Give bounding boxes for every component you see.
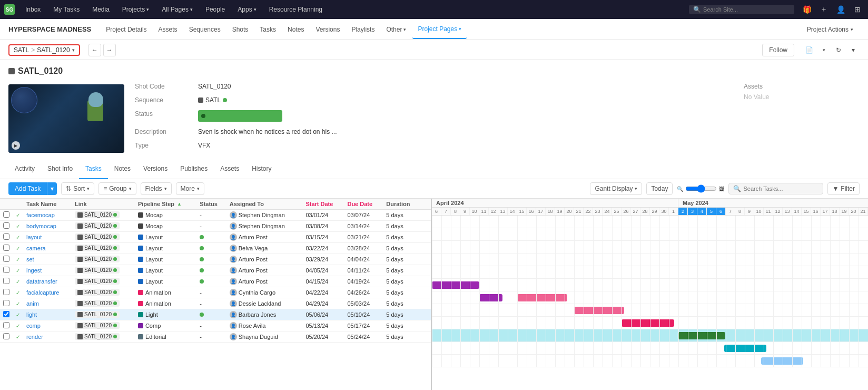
task-name-link[interactable]: set <box>26 256 34 262</box>
more-options-icon[interactable]: ▾ <box>847 44 860 56</box>
row-checkbox[interactable] <box>3 256 9 262</box>
tab-notes[interactable]: Notes <box>108 159 137 179</box>
row-checkbox[interactable] <box>3 211 9 218</box>
nav-resource-planning[interactable]: Resource Planning <box>264 4 328 15</box>
sort-button[interactable]: ⇅ Sort ▾ <box>61 182 94 195</box>
col-link[interactable]: Link <box>72 199 135 210</box>
add-task-button[interactable]: Add Task <box>8 182 47 195</box>
col-pipeline-step[interactable]: Pipeline Step ▲ <box>135 199 196 210</box>
nav-tasks[interactable]: Tasks <box>254 20 281 39</box>
gantt-bar[interactable] <box>724 345 766 352</box>
nav-project-details[interactable]: Project Details <box>101 20 152 39</box>
col-task-name[interactable]: Task Name <box>23 199 72 210</box>
row-checkbox[interactable] <box>3 278 9 284</box>
tab-activity[interactable]: Activity <box>8 159 41 179</box>
task-name-link[interactable]: comp <box>26 323 41 329</box>
breadcrumb[interactable]: SATL > SATL_0120 ▾ <box>8 44 80 56</box>
task-name-link[interactable]: camera <box>26 245 46 251</box>
fields-button[interactable]: Fields ▾ <box>141 182 172 195</box>
link-chip[interactable]: SATL_0120 <box>75 267 120 274</box>
link-chip[interactable]: SATL_0120 <box>75 300 120 307</box>
gantt-bar[interactable] <box>622 319 674 327</box>
add-task-dropdown-button[interactable]: ▾ <box>47 182 57 195</box>
user-icon[interactable]: 👤 <box>834 3 847 16</box>
link-chip[interactable]: SATL_0120 <box>75 222 120 229</box>
breadcrumb-dropdown-icon[interactable]: ▾ <box>72 47 75 53</box>
nav-people[interactable]: People <box>200 4 230 15</box>
task-name-link[interactable]: render <box>26 334 43 340</box>
nav-all-pages[interactable]: All Pages ▾ <box>156 4 198 15</box>
task-name-link[interactable]: facemocap <box>26 212 55 218</box>
task-name-link[interactable]: bodymocap <box>26 223 56 229</box>
task-name-link[interactable]: light <box>26 311 37 318</box>
gantt-bar[interactable] <box>432 281 479 289</box>
global-search-input[interactable] <box>703 6 790 13</box>
row-checkbox[interactable] <box>3 222 9 229</box>
link-chip[interactable]: SATL_0120 <box>75 233 120 240</box>
tab-shot-info[interactable]: Shot Info <box>41 159 79 179</box>
task-name-link[interactable]: layout <box>26 234 42 240</box>
group-button[interactable]: ≡ Group ▾ <box>98 182 136 195</box>
link-chip[interactable]: SATL_0120 <box>75 333 120 340</box>
link-chip[interactable]: SATL_0120 <box>75 245 120 251</box>
nav-assets[interactable]: Assets <box>153 20 183 39</box>
document-dropdown-icon[interactable]: ▾ <box>817 44 830 56</box>
nav-media[interactable]: Media <box>87 4 115 15</box>
row-checkbox[interactable] <box>3 300 9 306</box>
add-icon[interactable]: ＋ <box>817 3 830 16</box>
nav-versions[interactable]: Versions <box>310 20 345 39</box>
apps-grid-icon[interactable]: ⊞ <box>851 3 864 16</box>
today-button[interactable]: Today <box>646 182 673 195</box>
tab-versions[interactable]: Versions <box>137 159 174 179</box>
play-button[interactable]: ▶ <box>12 141 20 150</box>
gantt-bar[interactable] <box>574 307 624 314</box>
task-name-link[interactable]: anim <box>26 300 39 307</box>
nav-inbox[interactable]: Inbox <box>20 4 46 15</box>
zoom-slider-input[interactable] <box>685 184 717 193</box>
gantt-bar[interactable] <box>517 294 567 301</box>
row-checkbox[interactable] <box>3 233 9 240</box>
nav-notes[interactable]: Notes <box>282 20 309 39</box>
tab-tasks[interactable]: Tasks <box>79 159 108 179</box>
task-name-link[interactable]: facialcapture <box>26 289 59 296</box>
nav-shots[interactable]: Shots <box>227 20 254 39</box>
search-tasks[interactable]: 🔍 <box>728 183 823 194</box>
col-due-date[interactable]: Due Date <box>344 199 383 210</box>
row-checkbox[interactable] <box>3 267 9 273</box>
tab-history[interactable]: History <box>245 159 278 179</box>
nav-back-button[interactable]: ← <box>88 44 101 56</box>
tab-publishes[interactable]: Publishes <box>174 159 214 179</box>
col-status[interactable]: Status <box>196 199 226 210</box>
task-name-link[interactable]: datatransfer <box>26 278 57 285</box>
shot-thumbnail[interactable]: ▶ <box>8 84 124 153</box>
project-actions-button[interactable]: Project Actions ▾ <box>801 24 860 35</box>
nav-projects[interactable]: Projects ▾ <box>117 4 154 15</box>
link-chip[interactable]: SATL_0120 <box>75 289 120 296</box>
global-search[interactable]: 🔍 <box>689 5 794 14</box>
gantt-display-button[interactable]: Gantt Display ▾ <box>590 182 642 195</box>
gantt-bar[interactable] <box>678 332 725 339</box>
col-assigned-to[interactable]: Assigned To <box>226 199 303 210</box>
row-checkbox[interactable] <box>3 245 9 251</box>
gantt-bar[interactable] <box>479 294 502 301</box>
link-chip[interactable]: SATL_0120 <box>75 256 120 262</box>
search-tasks-input[interactable] <box>743 186 818 192</box>
filter-button[interactable]: ▼ Filter <box>827 182 860 195</box>
col-duration[interactable]: Duration <box>383 199 420 210</box>
nav-playlists[interactable]: Playlists <box>346 20 380 39</box>
follow-button[interactable]: Follow <box>762 44 794 56</box>
link-chip[interactable]: SATL_0120 <box>75 322 120 329</box>
task-name-link[interactable]: ingest <box>26 267 42 274</box>
nav-sequences[interactable]: Sequences <box>184 20 226 39</box>
col-start-date[interactable]: Start Date <box>302 199 344 210</box>
row-checkbox[interactable] <box>3 311 9 317</box>
nav-forward-button[interactable]: → <box>103 44 116 56</box>
nav-other[interactable]: Other ▾ <box>381 20 411 39</box>
nav-apps[interactable]: Apps ▾ <box>232 4 261 15</box>
more-button[interactable]: More ▾ <box>176 182 204 195</box>
document-icon[interactable]: 📄 <box>803 44 815 56</box>
link-chip[interactable]: SATL_0120 <box>75 311 120 318</box>
row-checkbox[interactable] <box>3 322 9 328</box>
row-checkbox[interactable] <box>3 333 9 339</box>
refresh-icon[interactable]: ↻ <box>832 44 845 56</box>
